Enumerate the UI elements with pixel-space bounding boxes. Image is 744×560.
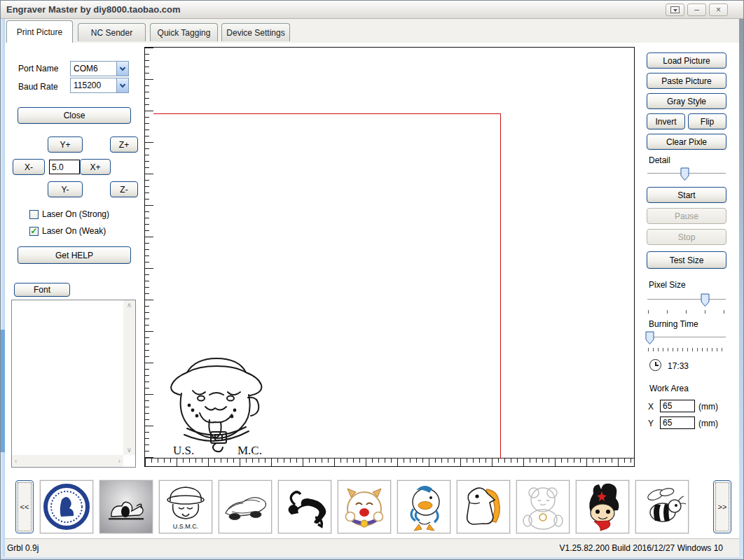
- tab-nc-sender[interactable]: NC Sender: [78, 23, 146, 41]
- detail-label: Detail: [649, 155, 670, 165]
- scorpion-image: [279, 481, 331, 533]
- jog-y-plus-button[interactable]: Y+: [48, 136, 83, 153]
- gallery-next-button[interactable]: >>: [713, 480, 731, 533]
- laser-strong-label: Laser On (Strong): [42, 209, 109, 219]
- start-button[interactable]: Start: [647, 187, 726, 203]
- close-button[interactable]: ×: [709, 4, 728, 16]
- burning-time-ticks: [648, 348, 725, 351]
- time-display: 17:33: [668, 361, 689, 371]
- thumbnail-scorpion[interactable]: [278, 480, 331, 533]
- close-port-button[interactable]: Close: [18, 107, 131, 124]
- bulldog-thumb-image: U.S.M.C.: [160, 481, 212, 533]
- thumbnail-car-sketch[interactable]: [219, 480, 272, 533]
- thumbnail-round-blue-seal[interactable]: [40, 480, 93, 533]
- burning-time-slider[interactable]: [647, 331, 726, 346]
- vertical-scrollbar[interactable]: ∧ ∨: [123, 300, 135, 455]
- font-button[interactable]: Font: [14, 283, 70, 297]
- thumbnail-lucky-cat[interactable]: [338, 480, 391, 533]
- loaded-image-usmc-bulldog[interactable]: U.S. M.C.: [156, 351, 277, 456]
- tab-print-picture[interactable]: Print Picture: [6, 20, 73, 43]
- laser-strong-checkbox-row[interactable]: Laser On (Strong): [29, 209, 109, 219]
- window-title: Engraver Master by diy8000.taobao.com: [6, 4, 181, 15]
- jog-x-plus-button[interactable]: X+: [80, 159, 111, 175]
- window-frame-left: [1, 19, 5, 556]
- horse-image: [457, 481, 509, 533]
- gray-style-button[interactable]: Gray Style: [647, 93, 726, 109]
- pixel-size-slider[interactable]: [647, 293, 726, 309]
- thumbnail-sailor-duck[interactable]: [397, 480, 450, 533]
- vertical-ruler: [145, 48, 153, 458]
- bee-sketch-image: [636, 481, 688, 533]
- window-menu-icon: [670, 6, 680, 13]
- thumbnail-bee-sketch[interactable]: [635, 480, 689, 533]
- minimize-button[interactable]: –: [687, 4, 706, 16]
- combo-arrow-icon[interactable]: [116, 62, 128, 76]
- jog-step-input[interactable]: [49, 160, 80, 174]
- tab-device-settings[interactable]: Device Settings: [221, 23, 290, 41]
- work-area-x-label: X: [648, 402, 654, 412]
- thumbnail-usmc-bulldog[interactable]: U.S.M.C.: [159, 480, 212, 533]
- clear-pixle-button[interactable]: Clear Pixle: [647, 134, 726, 150]
- work-area-label: Work Area: [649, 384, 689, 393]
- image-text-right: M.C.: [237, 444, 262, 456]
- scroll-right-icon[interactable]: ›: [118, 458, 120, 465]
- snoopy-image: [100, 481, 152, 533]
- window-menu-button[interactable]: [666, 4, 684, 16]
- pixel-size-slider-thumb[interactable]: [701, 293, 710, 309]
- jog-z-plus-button[interactable]: Z+: [110, 136, 138, 153]
- tab-bar: Print Picture NC Sender Quick Tagging De…: [1, 19, 743, 43]
- engraving-canvas[interactable]: U.S. M.C.: [144, 47, 635, 467]
- thumbnail-orange-mane-horse[interactable]: [457, 480, 510, 533]
- scroll-left-icon[interactable]: ‹: [15, 458, 17, 465]
- thumbnail-snoopy-on-doghouse[interactable]: [99, 480, 153, 533]
- pixel-size-label: Pixel Size: [649, 280, 686, 290]
- window-frame-bottom: [1, 556, 743, 559]
- work-area-x-input[interactable]: [660, 400, 695, 412]
- baud-rate-value: 115200: [71, 78, 116, 92]
- scroll-up-icon[interactable]: ∧: [127, 302, 132, 309]
- pixel-size-ticks: [648, 310, 725, 314]
- jog-z-minus-button[interactable]: Z-: [110, 181, 138, 197]
- jog-x-minus-button[interactable]: X-: [13, 159, 45, 175]
- font-listbox[interactable]: ∧ ∨ ‹ ›: [11, 300, 136, 468]
- work-area-y-input[interactable]: [660, 416, 695, 429]
- firmware-status: Grbl 0.9j: [1, 543, 39, 553]
- detail-slider[interactable]: [647, 167, 726, 183]
- work-area-line-horizontal: [153, 113, 500, 114]
- combo-arrow-icon[interactable]: [116, 78, 128, 92]
- work-area-line-vertical: [500, 113, 501, 458]
- app-window: Engraver Master by diy8000.taobao.com – …: [0, 0, 744, 560]
- burning-time-slider-thumb[interactable]: [645, 331, 654, 347]
- laser-weak-checkbox[interactable]: ✓: [29, 227, 39, 236]
- tab-quick-tagging[interactable]: Quick Tagging: [150, 23, 218, 41]
- work-area-y-label: Y: [648, 419, 654, 428]
- pixel-size-slider-track: [647, 299, 726, 300]
- thumbnail-teddy-bear-outline[interactable]: [516, 480, 570, 533]
- work-area-y-unit: (mm): [698, 419, 718, 428]
- thumbnail-mi-bunny-ushanka[interactable]: [576, 480, 629, 533]
- load-picture-button[interactable]: Load Picture: [647, 52, 726, 69]
- scroll-down-icon[interactable]: ∨: [127, 447, 132, 454]
- invert-button[interactable]: Invert: [647, 113, 685, 130]
- port-name-value: COM6: [71, 62, 116, 76]
- baud-rate-select[interactable]: 115200: [70, 78, 129, 93]
- flip-button[interactable]: Flip: [688, 113, 726, 130]
- window-controls: – ×: [666, 4, 728, 16]
- gallery-prev-button[interactable]: <<: [15, 480, 34, 533]
- check-icon: ✓: [30, 227, 37, 235]
- title-bar[interactable]: Engraver Master by diy8000.taobao.com – …: [1, 1, 743, 19]
- get-help-button[interactable]: Get HELP: [18, 246, 131, 264]
- paste-picture-button[interactable]: Paste Picture: [647, 73, 726, 89]
- pause-button[interactable]: Pause: [647, 208, 726, 224]
- test-size-button[interactable]: Test Size: [647, 251, 726, 269]
- laser-strong-checkbox[interactable]: [29, 210, 39, 219]
- window-frame-left-highlight: [1, 330, 5, 452]
- burning-time-label: Burning Time: [649, 319, 698, 329]
- laser-weak-checkbox-row[interactable]: ✓ Laser On (Weak): [29, 226, 106, 236]
- jog-y-minus-button[interactable]: Y-: [48, 181, 83, 197]
- horizontal-scrollbar[interactable]: ‹ ›: [12, 455, 123, 467]
- port-name-select[interactable]: COM6: [70, 61, 129, 76]
- horizontal-ruler: [145, 458, 634, 466]
- stop-button[interactable]: Stop: [647, 229, 726, 245]
- detail-slider-thumb[interactable]: [680, 167, 689, 183]
